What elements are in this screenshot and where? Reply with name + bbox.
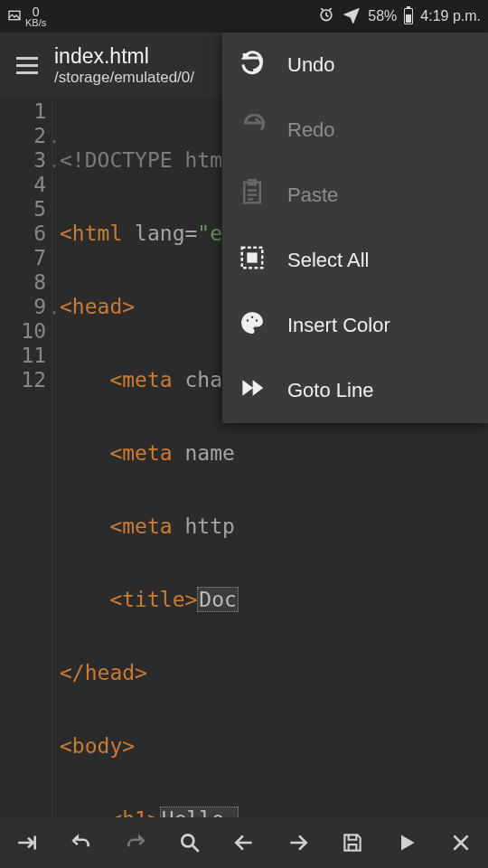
undo-icon[interactable] (63, 825, 99, 861)
svg-rect-6 (248, 253, 257, 262)
clock-time: 4:19 p.m. (420, 8, 481, 24)
line-gutter: 1 2 3 4 5 6 7 8 9 10 11 12 (0, 98, 52, 817)
back-icon[interactable] (226, 825, 262, 861)
menu-goto-line[interactable]: Goto Line (222, 358, 488, 423)
status-left: 0 KB/s (7, 5, 46, 28)
redo-icon (239, 114, 266, 146)
fast-forward-icon (239, 374, 266, 407)
token: title (122, 588, 184, 611)
battery-percent: 58% (368, 8, 397, 24)
svg-point-8 (250, 316, 254, 319)
token: body (72, 734, 122, 758)
filename: index.html (54, 44, 194, 69)
token-selected: Hello (160, 807, 239, 817)
token: > (122, 295, 135, 318)
line-number: 8 (0, 270, 46, 295)
token: < (60, 222, 72, 245)
line-number: 11 (0, 344, 46, 368)
token: head (85, 661, 135, 684)
line-number: 6 (0, 222, 46, 246)
token: <!DOCTYPE html (60, 148, 235, 172)
battery-icon (404, 8, 413, 24)
airplane-icon (343, 5, 361, 27)
svg-point-7 (246, 319, 249, 323)
palette-icon (239, 309, 266, 342)
menu-label: Goto Line (287, 379, 373, 402)
menu-undo[interactable]: Undo (222, 33, 488, 98)
bottom-toolbar (0, 817, 488, 868)
menu-label: Redo (287, 118, 335, 142)
token: http (173, 514, 235, 538)
token: meta (122, 441, 172, 465)
undo-icon (239, 49, 266, 81)
token: lang (122, 222, 184, 245)
line-number: 1 (0, 99, 46, 124)
token: > (122, 734, 135, 758)
menu-redo[interactable]: Redo (222, 98, 488, 163)
app-title: index.html /storage/emulated/0/ (54, 44, 194, 87)
token: < (60, 734, 72, 758)
menu-label: Undo (287, 53, 335, 77)
forward-icon[interactable] (280, 825, 316, 861)
token: < (109, 441, 122, 465)
net-value: 0 (33, 5, 40, 18)
menu-select-all[interactable]: Select All (222, 228, 488, 293)
line-number: 10 (0, 319, 46, 344)
menu-insert-color[interactable]: Insert Color (222, 293, 488, 358)
token: < (109, 368, 122, 392)
redo-icon[interactable] (117, 825, 154, 861)
token: = (185, 222, 198, 245)
alarm-icon (317, 5, 335, 27)
token: < (109, 807, 122, 817)
token: meta (122, 514, 172, 538)
line-number: 2 (0, 124, 46, 148)
paste-icon (239, 179, 266, 212)
indent-icon[interactable] (9, 825, 45, 861)
token: > (185, 588, 198, 611)
status-bar: 0 KB/s 58% 4:19 p.m. (0, 0, 488, 33)
token: head (72, 295, 122, 318)
menu-label: Paste (287, 184, 338, 207)
menu-label: Select All (287, 249, 370, 272)
token: < (60, 295, 72, 318)
line-number: 7 (0, 246, 46, 270)
token: html (72, 222, 122, 245)
token: h1 (122, 807, 147, 817)
select-all-icon (239, 244, 266, 277)
token-selected: Doc (197, 587, 239, 612)
line-number: 9 (0, 295, 46, 319)
image-icon (7, 8, 22, 24)
line-number: 12 (0, 368, 46, 392)
svg-point-9 (255, 319, 258, 323)
token: < (109, 588, 122, 611)
save-icon[interactable] (334, 825, 371, 861)
menu-paste[interactable]: Paste (222, 163, 488, 228)
menu-icon[interactable] (7, 45, 47, 85)
token: > (135, 661, 147, 684)
token: meta (122, 368, 172, 392)
search-icon[interactable] (172, 825, 208, 861)
token: </ (60, 661, 85, 684)
token: < (109, 514, 122, 538)
status-right: 58% 4:19 p.m. (317, 5, 481, 27)
filepath: /storage/emulated/0/ (54, 69, 194, 87)
menu-label: Insert Color (287, 314, 390, 337)
close-icon[interactable] (443, 825, 479, 861)
line-number: 3 (0, 148, 46, 173)
context-menu: Undo Redo Paste Select All Insert Color … (222, 33, 488, 423)
network-speed: 0 KB/s (25, 5, 46, 28)
line-number: 5 (0, 197, 46, 222)
token: > (147, 807, 160, 817)
line-number: 4 (0, 173, 46, 197)
svg-point-2 (182, 835, 193, 846)
net-unit: KB/s (25, 18, 46, 28)
play-icon[interactable] (389, 825, 425, 861)
token: name (173, 441, 235, 465)
